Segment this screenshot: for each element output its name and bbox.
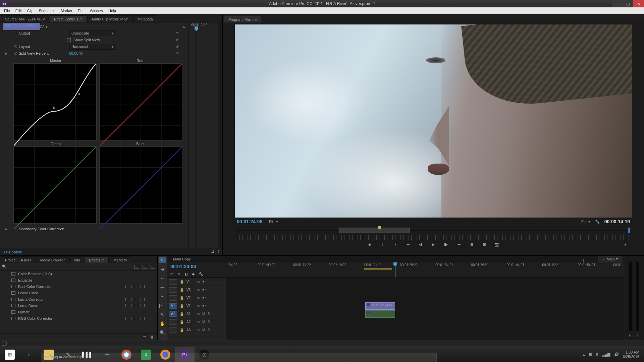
master-curve[interactable]	[13, 63, 97, 140]
list-item[interactable]: Color Balance (HLS)	[0, 270, 157, 277]
tray-up-icon[interactable]: ▴	[583, 352, 585, 357]
close-button[interactable]: ✕	[633, 0, 644, 7]
menu-marker[interactable]: Marker	[58, 7, 75, 14]
program-scrubber[interactable]	[237, 226, 630, 235]
list-item[interactable]: Leave Color	[0, 290, 157, 296]
goto-in-button[interactable]: ⇤	[405, 242, 411, 247]
preset-filter-2[interactable]	[143, 265, 147, 269]
track-select-tool[interactable]: ⇥	[159, 266, 166, 272]
maximize-button[interactable]: ▢	[623, 0, 633, 7]
start-button[interactable]: ⊞	[0, 347, 19, 362]
selection-tool[interactable]: ↖	[159, 257, 166, 263]
track-header-v4[interactable]: 🔒V4▭👁	[167, 278, 226, 286]
zoom-dropdown[interactable]: Fit▾	[269, 220, 278, 224]
timeline-timecode[interactable]: 00:01:24:08	[167, 264, 226, 269]
ec-timecode[interactable]: 00:01:24:08	[3, 250, 22, 254]
ripple-tool[interactable]: ↔	[159, 275, 166, 281]
program-ruler[interactable]	[237, 235, 630, 240]
volume-icon[interactable]: 🔊	[614, 352, 619, 357]
menu-edit[interactable]: Edit	[13, 7, 24, 14]
list-item[interactable]: Luma Curve	[0, 302, 157, 309]
tray-icon[interactable]: ⊞	[589, 352, 592, 357]
in-button[interactable]: {	[380, 242, 385, 246]
video-clip[interactable]: MVI_2214.M	[365, 302, 395, 310]
green-curve[interactable]	[13, 146, 97, 224]
track-header-a1[interactable]: A1🔒A1▭MS	[167, 310, 226, 318]
preset-filter-3[interactable]	[151, 265, 155, 269]
track-area[interactable]: MVI_2214.M	[226, 278, 624, 340]
program-video[interactable]	[235, 24, 632, 218]
stopwatch-icon[interactable]: ⏱	[14, 51, 18, 55]
show-split-checkbox[interactable]	[67, 38, 71, 42]
reset-icon[interactable]: ↺	[176, 38, 179, 42]
clock[interactable]: 1:38 PM 6/25/2015	[623, 350, 641, 359]
tab-sequence-main[interactable]: ×Main ≡	[598, 256, 623, 262]
tab-markers[interactable]: Markers	[109, 256, 131, 263]
add-button[interactable]: ＋	[623, 242, 628, 247]
stopwatch-icon[interactable]: ⏱	[14, 45, 18, 49]
audio-clip[interactable]	[365, 310, 395, 318]
reset-icon[interactable]: ↺	[176, 51, 179, 56]
snapshot-button[interactable]: 📷	[494, 242, 500, 247]
slip-tool[interactable]: |↔|	[159, 302, 166, 308]
pen-tool[interactable]: ✎	[159, 311, 166, 317]
tab-source[interactable]: Source: MVI_2214.MOV	[1, 15, 49, 22]
tray-icon[interactable]: ▯	[596, 352, 598, 357]
blue-curve[interactable]	[99, 146, 182, 224]
rate-stretch-tool[interactable]: ⇿	[159, 284, 166, 290]
trash-icon[interactable]: 🗑	[150, 335, 154, 339]
step-back-button[interactable]: ◂▮	[418, 242, 423, 247]
out-button[interactable]: }	[392, 242, 398, 246]
minimize-button[interactable]: —	[612, 0, 623, 7]
wrench-icon[interactable]: 🔧	[199, 272, 203, 276]
tab-media-browser[interactable]: Media Browser	[36, 256, 69, 263]
split-percent-value[interactable]: 50.00 %	[69, 51, 83, 55]
wifi-icon[interactable]: ▂▄▆	[602, 352, 610, 357]
menu-clip[interactable]: Clip	[24, 7, 36, 14]
menu-sequence[interactable]: Sequence	[36, 7, 58, 14]
output-dropdown[interactable]: Composite▾	[69, 31, 116, 36]
settings-icon[interactable]: ◆	[192, 272, 195, 276]
list-item[interactable]: Lumetri	[0, 309, 157, 315]
play-icon[interactable]: ▸	[183, 25, 185, 29]
wrench-icon[interactable]: 🔧	[595, 220, 600, 224]
track-header-v3[interactable]: 🔒V3▭👁	[167, 286, 226, 294]
snap-icon[interactable]: ✂	[170, 272, 173, 276]
search-icon[interactable]: 🔍	[2, 264, 7, 269]
preset-filter-1[interactable]	[135, 265, 139, 269]
tab-info[interactable]: Info	[69, 256, 84, 263]
step-fwd-button[interactable]: ▮▸	[443, 242, 449, 247]
ie-button[interactable]: e	[19, 347, 39, 362]
playhead-icon[interactable]	[195, 26, 198, 31]
tab-program[interactable]: Program: Main≡	[224, 16, 261, 22]
tab-project[interactable]: Project: LA river	[1, 256, 36, 263]
menu-window[interactable]: Window	[87, 7, 106, 14]
list-item[interactable]: Fast Color Corrector	[0, 283, 157, 290]
razor-tool[interactable]: ✂	[159, 293, 166, 299]
tab-effect-controls[interactable]: Effect Controls≡	[50, 15, 87, 22]
program-timecode[interactable]: 00:01:24:08	[237, 219, 262, 224]
zoom-tool[interactable]: 🔍	[159, 329, 166, 336]
extract-button[interactable]: ⊞	[482, 242, 487, 247]
close-icon[interactable]: ×	[602, 257, 604, 261]
menu-title[interactable]: Title	[75, 7, 87, 14]
prop-secondary[interactable]: ▸ Secondary Color Correction	[0, 226, 188, 232]
tab-metadata[interactable]: Metadata	[133, 15, 157, 22]
tab-audio-mixer[interactable]: Audio Clip Mixer: Main	[87, 15, 133, 22]
menu-file[interactable]: File	[1, 7, 13, 14]
timeline-ruler[interactable]: 1:04:22 00:01:09:22 00:01:14:22 00:01:19…	[226, 262, 621, 270]
list-item[interactable]: RGB Color Corrector	[0, 315, 157, 321]
reset-icon[interactable]: ↺	[176, 31, 179, 36]
hand-tool[interactable]: ✋	[159, 320, 166, 326]
lift-button[interactable]: ⊟	[469, 242, 474, 247]
chevron-down-icon[interactable]: ▾	[46, 25, 48, 29]
loop-icon[interactable]: ⇄	[211, 250, 214, 254]
list-item[interactable]: Luma Corrector	[0, 296, 157, 302]
tab-sequence-copy[interactable]: Main Copy	[168, 256, 196, 262]
new-bin-icon[interactable]: 🗀	[143, 335, 146, 339]
goto-out-button[interactable]: ⇥	[456, 242, 462, 247]
track-header-v2[interactable]: 🔒V2▭👁	[167, 294, 226, 302]
ec-clip-link[interactable]: Main * MVI_2214.MOV	[3, 23, 40, 30]
reset-icon[interactable]: ↺	[176, 45, 179, 49]
track-header-v1[interactable]: V1🔒V1▭👁	[167, 302, 226, 310]
